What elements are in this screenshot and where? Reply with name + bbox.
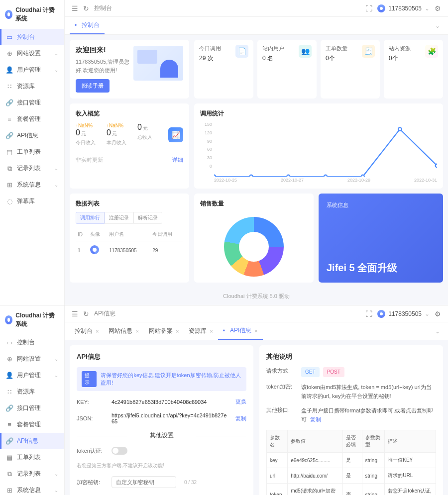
logo-icon <box>5 10 12 19</box>
revenue-detail-link[interactable]: 详细 <box>172 156 183 164</box>
copy-link[interactable]: 复制 <box>310 416 321 422</box>
nav-icon: ⧉ <box>6 165 13 173</box>
chevron-down-icon: ⌄ <box>54 51 58 56</box>
data-table: ID头像用户名今日调用 1 1178350505 29 <box>76 228 183 259</box>
sidebar-item-5[interactable]: ≡套餐管理 <box>0 416 64 433</box>
api-info-panel: API信息 提示 请保管好您的key信息,建议开启token加密传输,防止被他人… <box>70 345 253 495</box>
svg-point-6 <box>436 164 437 168</box>
mini-tab[interactable]: 解析记录 <box>133 212 162 224</box>
chevron-down-icon: ⌄ <box>54 356 58 362</box>
sidebar-item-4[interactable]: 🔗接口管理 <box>0 95 64 111</box>
sales-title: 销售数量 <box>200 199 308 208</box>
secret-label: 加密秘钥: <box>77 479 107 486</box>
tabs-more-icon[interactable]: ⌄ <box>432 325 443 338</box>
datalist-title: 数据列表 <box>76 199 183 208</box>
tabs-more-icon[interactable]: ⌄ <box>432 19 443 32</box>
nav-icon: 🔗 <box>6 437 13 445</box>
tab[interactable]: 网站备案× <box>144 323 184 339</box>
close-icon[interactable]: × <box>210 328 213 334</box>
table-row: urlhttp://baidu.com/是string请求的URL <box>267 468 436 484</box>
other-desc-panel: 其他说明 请求方式: GET POST token加密: 该token由md5算… <box>259 345 443 495</box>
user-menu[interactable]: 1178350505 ⌄ <box>377 4 430 12</box>
promo-headline: Jifei 5 全面升级 <box>327 261 435 275</box>
chart-title: 调用统计 <box>200 109 437 118</box>
fullscreen-icon[interactable]: ⛶ <box>365 4 372 12</box>
sidebar-item-4[interactable]: 🔗接口管理 <box>0 400 64 416</box>
avatar-icon <box>377 4 385 12</box>
gear-icon[interactable]: ⚙ <box>435 310 441 318</box>
promo-tag: 系统信息 <box>327 201 435 209</box>
main: ☰ ↻ API信息 ⛶ 1178350505 ⌄ ⚙ 控制台×网站信息×网站备案… <box>65 305 448 495</box>
donut-chart <box>224 217 284 277</box>
sidebar-item-7[interactable]: ▤工单列表 <box>0 449 64 466</box>
tab[interactable]: 控制台× <box>70 323 104 339</box>
sidebar-item-0[interactable]: ▭控制台 <box>0 334 64 351</box>
gear-icon[interactable]: ⚙ <box>435 4 441 12</box>
tab[interactable]: 资源库× <box>184 323 218 339</box>
sidebar-item-10[interactable]: ◌弹幕库 <box>0 193 64 209</box>
chevron-down-icon: ⌄ <box>54 373 58 378</box>
stat-card: 📄今日调用29 次 <box>194 40 253 99</box>
sidebar-item-0[interactable]: ▭控制台 <box>0 29 64 45</box>
sidebar-item-6[interactable]: 🔗API信息 <box>0 127 64 144</box>
sidebar-item-8[interactable]: ⧉记录列表⌄ <box>0 466 64 482</box>
panel-title: 其他说明 <box>266 352 436 361</box>
menu-toggle-icon[interactable]: ☰ <box>72 4 78 12</box>
close-icon[interactable]: × <box>135 328 138 334</box>
sidebar-item-9[interactable]: ⊞系统信息⌄ <box>0 482 64 495</box>
sales-card: 销售数量 <box>194 194 314 283</box>
close-icon[interactable]: × <box>96 328 99 334</box>
chart-card: 调用统计 1501209060300 2022-10-252022-10-272… <box>194 103 443 189</box>
nav-icon: ∷ <box>6 388 13 396</box>
menu-toggle-icon[interactable]: ☰ <box>72 310 78 318</box>
fullscreen-icon[interactable]: ⛶ <box>365 310 372 318</box>
secret-input[interactable] <box>112 476 176 488</box>
mini-tab[interactable]: 注册记录 <box>105 212 133 224</box>
tab[interactable]: 网站信息× <box>104 323 143 339</box>
topbar: ☰ ↻ 控制台 ⛶ 1178350505 ⌄ ⚙ <box>65 0 448 17</box>
sidebar-item-1[interactable]: ⊕网站设置⌄ <box>0 351 64 367</box>
tab-bar: 控制台 ⌄ <box>65 17 448 35</box>
sidebar-item-3[interactable]: ∷资源库 <box>0 384 64 400</box>
promo-card: 系统信息 Jifei 5 全面升级 <box>319 194 443 283</box>
svg-point-4 <box>361 175 364 177</box>
other-settings-title: 其他设置 <box>77 431 246 440</box>
revenue-item: ↑NaN%0元本月收入 <box>107 123 131 146</box>
sidebar-item-5[interactable]: ≡套餐管理 <box>0 111 64 127</box>
nav-icon: ∷ <box>6 83 13 90</box>
sidebar-item-2[interactable]: 👤用户管理⌄ <box>0 367 64 384</box>
regen-key-link[interactable]: 更换 <box>235 398 246 405</box>
brand: Cloudhai 计费系统 <box>0 305 64 334</box>
sidebar-item-3[interactable]: ∷资源库 <box>0 78 64 95</box>
sidebar-item-2[interactable]: 👤用户管理⌄ <box>0 62 64 78</box>
close-icon[interactable]: × <box>176 328 179 334</box>
nav-icon: ▤ <box>6 148 13 156</box>
nav-icon: ▭ <box>6 339 13 346</box>
tab[interactable]: API信息× <box>218 322 263 340</box>
nav-icon: ▤ <box>6 454 13 461</box>
key-label: KEY: <box>77 399 107 405</box>
stat-card: 🧩站内资源0个 <box>384 40 443 99</box>
sidebar-item-6[interactable]: 🔗API信息 <box>0 433 64 449</box>
breadcrumb: API信息 <box>94 309 115 318</box>
token-auth-toggle[interactable] <box>112 447 127 455</box>
brand-text: Cloudhai 计费系统 <box>15 311 59 328</box>
sidebar-item-1[interactable]: ⊕网站设置⌄ <box>0 45 64 62</box>
tab-console[interactable]: 控制台 <box>70 17 105 34</box>
refresh-icon[interactable]: ↻ <box>83 4 89 12</box>
sidebar-item-7[interactable]: ▤工单列表 <box>0 144 64 160</box>
mini-tab[interactable]: 调用排行 <box>76 212 105 224</box>
user-menu[interactable]: 1178350505 ⌄ <box>377 310 430 318</box>
chevron-down-icon: ⌄ <box>54 182 58 188</box>
refresh-icon[interactable]: ↻ <box>83 310 89 318</box>
svg-point-5 <box>398 127 402 131</box>
table-row: keye6e49c625c.........是string唯一值KEY <box>267 453 436 468</box>
close-icon[interactable]: × <box>254 328 257 334</box>
avatar-icon <box>90 245 99 254</box>
sidebar-item-9[interactable]: ⊞系统信息⌄ <box>0 177 64 193</box>
svg-point-3 <box>324 175 328 177</box>
sidebar-item-8[interactable]: ⧉记录列表⌄ <box>0 160 64 177</box>
copy-json-link[interactable]: 复制 <box>235 415 246 422</box>
nav-icon: ◌ <box>6 198 13 205</box>
read-manual-button[interactable]: 阅读手册 <box>76 79 110 93</box>
